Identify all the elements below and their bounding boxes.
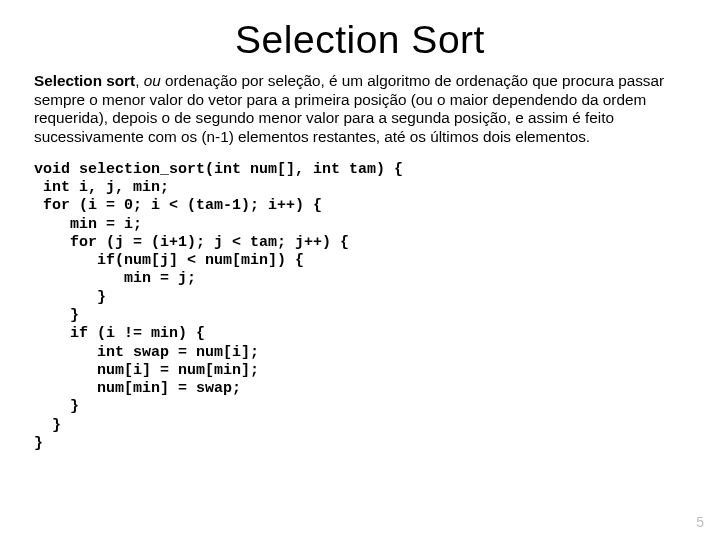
slide: Selection Sort Selection sort, ou ordena…	[0, 0, 720, 540]
desc-italic: ou	[144, 72, 161, 89]
code-block: void selection_sort(int num[], int tam) …	[34, 161, 686, 454]
page-number: 5	[696, 514, 704, 530]
slide-title: Selection Sort	[34, 18, 686, 62]
desc-sep: ,	[135, 72, 144, 89]
desc-term: Selection sort	[34, 72, 135, 89]
description-paragraph: Selection sort, ou ordenação por seleção…	[34, 72, 686, 147]
